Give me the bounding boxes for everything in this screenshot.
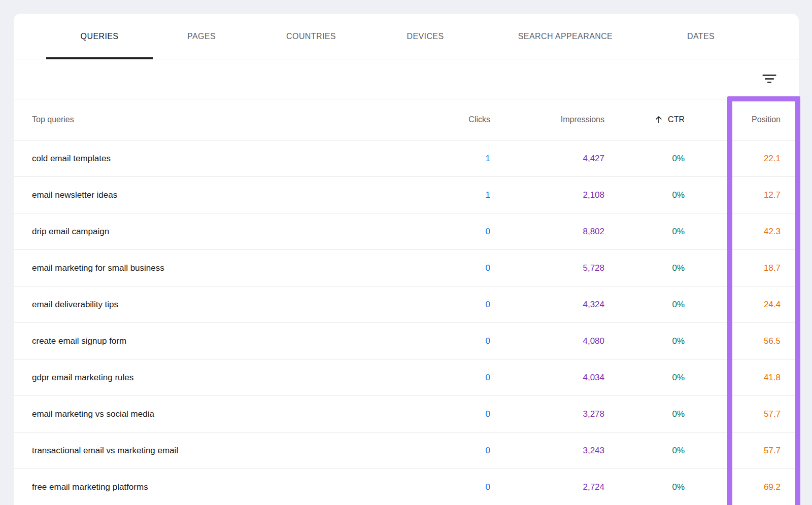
tab-devices[interactable]: DEVICES: [372, 14, 479, 59]
position-cell: 18.7: [685, 263, 781, 273]
query-cell: email marketing vs social media: [32, 409, 404, 419]
ctr-cell: 0%: [604, 300, 685, 310]
table-row[interactable]: email deliverability tips 0 4,324 0% 24.…: [14, 286, 799, 323]
arrow-upward-icon: [655, 116, 663, 124]
query-cell: email marketing for small business: [32, 263, 404, 273]
position-cell: 24.4: [685, 300, 781, 310]
impressions-cell: 2,724: [490, 482, 604, 492]
table-row[interactable]: free email marketing platforms 0 2,724 0…: [14, 469, 799, 505]
query-cell: email newsletter ideas: [32, 190, 404, 200]
ctr-cell: 0%: [604, 336, 685, 346]
impressions-cell: 4,427: [490, 154, 604, 164]
tab-pages[interactable]: PAGES: [153, 14, 250, 59]
ctr-cell: 0%: [604, 446, 685, 456]
clicks-cell: 0: [404, 336, 490, 346]
impressions-cell: 8,802: [490, 227, 604, 237]
clicks-cell: 0: [404, 373, 490, 383]
tab-dates[interactable]: DATES: [652, 14, 750, 59]
clicks-cell: 0: [404, 446, 490, 456]
table-row[interactable]: cold email templates 1 4,427 0% 22.1: [14, 140, 799, 177]
page-background: { "tabs": [ { "label": "QUERIES", "activ…: [0, 0, 812, 505]
column-header-clicks[interactable]: Clicks: [404, 115, 490, 124]
report-card: QUERIES PAGES COUNTRIES DEVICES SEARCH A…: [14, 14, 799, 505]
table-body: cold email templates 1 4,427 0% 22.1 ema…: [14, 140, 799, 505]
column-header-ctr[interactable]: CTR: [604, 115, 685, 124]
query-cell: free email marketing platforms: [32, 482, 404, 492]
impressions-cell: 4,034: [490, 373, 604, 383]
position-cell: 69.2: [685, 482, 781, 492]
table-row[interactable]: drip email campaign 0 8,802 0% 42.3: [14, 213, 799, 250]
table-row[interactable]: email marketing vs social media 0 3,278 …: [14, 396, 799, 432]
position-cell: 56.5: [685, 336, 781, 346]
ctr-cell: 0%: [604, 154, 685, 164]
query-cell: create email signup form: [32, 336, 404, 346]
tab-queries[interactable]: QUERIES: [46, 14, 153, 59]
impressions-cell: 3,278: [490, 409, 604, 419]
ctr-cell: 0%: [604, 373, 685, 383]
tab-search-appearance[interactable]: SEARCH APPEARANCE: [479, 14, 652, 59]
query-cell: gdpr email marketing rules: [32, 373, 404, 383]
column-header-impressions[interactable]: Impressions: [490, 115, 604, 124]
position-cell: 41.8: [685, 373, 781, 383]
table-toolbar: [14, 59, 799, 99]
position-cell: 57.7: [685, 409, 781, 419]
table-row[interactable]: email newsletter ideas 1 2,108 0% 12.7: [14, 177, 799, 213]
clicks-cell: 0: [404, 263, 490, 273]
ctr-cell: 0%: [604, 227, 685, 237]
table-row[interactable]: transactional email vs marketing email 0…: [14, 432, 799, 469]
impressions-cell: 5,728: [490, 263, 604, 273]
clicks-cell: 1: [404, 154, 490, 164]
ctr-cell: 0%: [604, 482, 685, 492]
query-cell: email deliverability tips: [32, 300, 404, 310]
clicks-cell: 0: [404, 409, 490, 419]
position-cell: 12.7: [685, 190, 781, 200]
impressions-cell: 4,080: [490, 336, 604, 346]
column-header-position[interactable]: Position: [685, 115, 781, 124]
impressions-cell: 3,243: [490, 446, 604, 456]
position-cell: 22.1: [685, 154, 781, 164]
table-header-row: Top queries Clicks Impressions CTR Posit…: [14, 99, 799, 140]
table-row[interactable]: email marketing for small business 0 5,7…: [14, 250, 799, 286]
position-cell: 42.3: [685, 227, 781, 237]
ctr-cell: 0%: [604, 263, 685, 273]
position-cell: 57.7: [685, 446, 781, 456]
ctr-cell: 0%: [604, 409, 685, 419]
tab-countries[interactable]: COUNTRIES: [250, 14, 372, 59]
query-cell: drip email campaign: [32, 227, 404, 237]
filter-list-icon[interactable]: [762, 75, 776, 84]
query-cell: transactional email vs marketing email: [32, 446, 404, 456]
column-header-top-queries[interactable]: Top queries: [32, 115, 404, 124]
clicks-cell: 1: [404, 190, 490, 200]
query-cell: cold email templates: [32, 154, 404, 164]
impressions-cell: 2,108: [490, 190, 604, 200]
ctr-cell: 0%: [604, 190, 685, 200]
column-header-ctr-label: CTR: [668, 115, 685, 124]
clicks-cell: 0: [404, 482, 490, 492]
impressions-cell: 4,324: [490, 300, 604, 310]
clicks-cell: 0: [404, 227, 490, 237]
clicks-cell: 0: [404, 300, 490, 310]
table-row[interactable]: gdpr email marketing rules 0 4,034 0% 41…: [14, 359, 799, 396]
table-row[interactable]: create email signup form 0 4,080 0% 56.5: [14, 323, 799, 359]
report-tabbar: QUERIES PAGES COUNTRIES DEVICES SEARCH A…: [14, 14, 799, 59]
